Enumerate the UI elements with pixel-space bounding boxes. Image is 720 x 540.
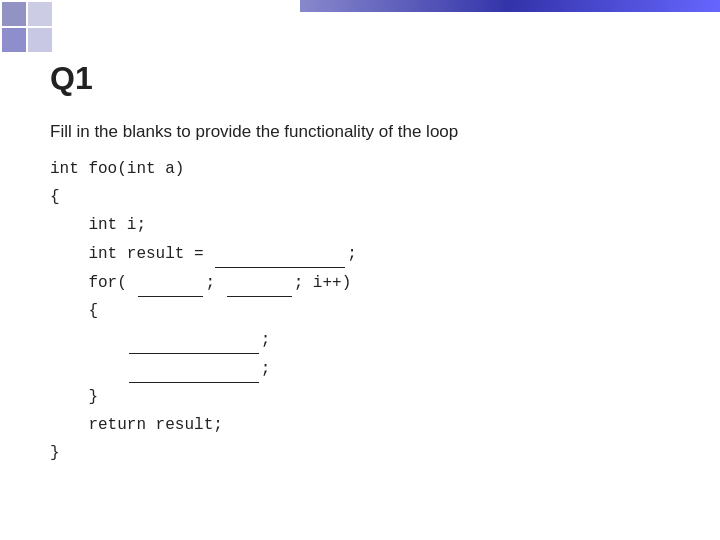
code-line-4: int result = ; [50, 239, 690, 268]
blank-body-1 [129, 325, 259, 354]
blank-for-init [138, 268, 203, 297]
code-line-10: return result; [50, 411, 690, 439]
deco-square-4 [28, 28, 52, 52]
question-description: Fill in the blanks to provide the functi… [50, 119, 690, 145]
code-line-1: int foo(int a) [50, 155, 690, 183]
code-line-3: int i; [50, 211, 690, 239]
code-line-11: } [50, 439, 690, 467]
code-line-9: } [50, 383, 690, 411]
code-line-6: { [50, 297, 690, 325]
code-block: int foo(int a) { int i; int result = ; f… [50, 155, 690, 467]
main-content: Q1 Fill in the blanks to provide the fun… [50, 60, 690, 510]
blank-for-cond [227, 268, 292, 297]
blank-body-2 [129, 354, 259, 383]
deco-square-1 [2, 2, 26, 26]
deco-square-2 [28, 2, 52, 26]
code-line-7: ; [50, 325, 690, 354]
top-bar [300, 0, 720, 12]
slide-title: Q1 [50, 60, 690, 97]
corner-decoration [0, 0, 60, 55]
code-line-2: { [50, 183, 690, 211]
blank-result [215, 239, 345, 268]
code-line-8: ; [50, 354, 690, 383]
code-line-5: for( ; ; i++) [50, 268, 690, 297]
deco-square-3 [2, 28, 26, 52]
